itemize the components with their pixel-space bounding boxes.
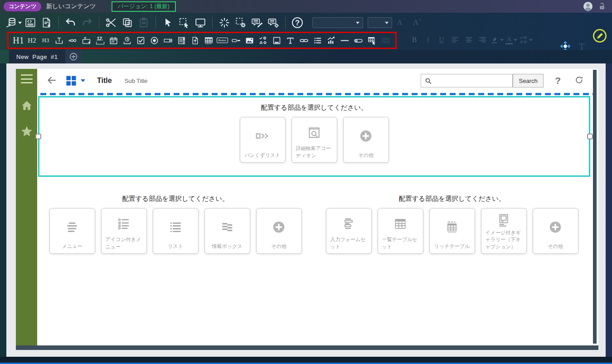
dashed-area-button[interactable]: [379, 34, 392, 47]
export-sheet-button[interactable]: [39, 15, 54, 30]
card-other[interactable]: その他: [533, 208, 578, 254]
card-image-gallery-bottom-caption[interactable]: イメージ付きギャラリー（下キャプション）: [481, 208, 527, 254]
favorite-nav-button[interactable]: [19, 124, 34, 141]
select-box-button[interactable]: [162, 34, 174, 47]
checkbox-button[interactable]: [135, 34, 147, 47]
font-size-select[interactable]: [368, 17, 392, 28]
undo-button[interactable]: [63, 15, 78, 30]
highlight-color-button[interactable]: [490, 34, 504, 46]
font-decrease-button[interactable]: Av: [409, 15, 425, 30]
align-right-button[interactable]: [476, 34, 488, 46]
copy-button[interactable]: [120, 15, 135, 30]
add-page-button[interactable]: [65, 50, 82, 63]
image-component-button[interactable]: [243, 34, 256, 47]
font-color-button[interactable]: A: [505, 34, 517, 46]
panel-component-button[interactable]: [271, 34, 283, 47]
page-help-button[interactable]: ?: [555, 75, 561, 86]
edit-mode-toggle-button[interactable]: [592, 28, 607, 45]
card-icon-menu[interactable]: アイコン付きメニュー: [101, 208, 147, 254]
dashed-box-icon: [381, 36, 390, 45]
caret-down-icon: [529, 39, 533, 41]
card-other[interactable]: その他: [343, 117, 389, 163]
selected-drop-region[interactable]: 配置する部品を選択してください。 パンくずリスト 詳細検索アコーディオン: [38, 96, 590, 177]
bullet-list-icon: [153, 211, 198, 243]
page-tab[interactable]: New Page #1: [9, 50, 65, 63]
preview-display-button[interactable]: [193, 15, 208, 30]
resize-handle-right[interactable]: [587, 134, 593, 140]
number-field-button[interactable]: 12.: [94, 34, 106, 47]
card-list-table-set[interactable]: 一覧テーブルセット: [378, 208, 423, 254]
align-left-button[interactable]: [449, 34, 461, 46]
card-label: その他: [344, 152, 389, 159]
redo-button[interactable]: [79, 15, 95, 30]
font-increase-button[interactable]: A^: [393, 15, 408, 30]
search-input[interactable]: [434, 78, 512, 84]
select-area-button[interactable]: [176, 15, 192, 30]
align-center-button[interactable]: [463, 34, 475, 46]
app-window: コンテンツ 新しいコンテンツ バージョン: 1 (最新): [0, 0, 612, 364]
hamburger-menu-button[interactable]: [21, 74, 33, 83]
pill-element-button[interactable]: [352, 34, 364, 47]
text-element-button[interactable]: [284, 34, 296, 47]
select-tool-button[interactable]: [160, 15, 175, 30]
area-settings-button[interactable]: [233, 15, 248, 30]
horizontal-scrollbar[interactable]: [16, 345, 598, 350]
underline-button[interactable]: U: [436, 34, 447, 46]
card-menu[interactable]: メニュー: [49, 208, 95, 254]
layout-grid-dropdown-button[interactable]: [64, 74, 85, 87]
file-upload-button[interactable]: [189, 34, 201, 47]
table-component-button[interactable]: [203, 34, 215, 47]
heading3-button[interactable]: H3: [39, 34, 52, 47]
card-other[interactable]: その他: [256, 208, 302, 254]
status-icon-dropdown-button[interactable]: [519, 34, 533, 46]
cut-button[interactable]: [103, 15, 119, 30]
horizontal-rule-button[interactable]: [339, 34, 351, 47]
text-input-field-button[interactable]: [53, 34, 65, 47]
bold-button[interactable]: B: [408, 34, 420, 46]
comment-edit-button[interactable]: [249, 15, 265, 30]
card-input-form-set[interactable]: 入力フォームセット: [326, 208, 372, 254]
workspace: Title Sub Title Search ?: [0, 63, 612, 357]
source-view-button[interactable]: [23, 15, 38, 30]
link-field-button[interactable]: [67, 34, 79, 47]
heading1-button[interactable]: H1: [12, 34, 24, 47]
toggle-icon: [231, 36, 241, 45]
heading2-button[interactable]: H2: [26, 34, 38, 47]
date-field-button[interactable]: [107, 34, 120, 47]
textarea-button[interactable]: [80, 34, 92, 47]
user-avatar-icon[interactable]: [583, 1, 593, 12]
save-content-dropdown-button[interactable]: [5, 15, 22, 30]
image-icon: [245, 36, 254, 45]
resize-handle-left[interactable]: [35, 134, 41, 140]
help-button[interactable]: ?: [290, 15, 305, 30]
toggle-component-button[interactable]: [230, 34, 242, 47]
h1-label: H1: [13, 35, 24, 46]
card-breadcrumb-list[interactable]: パンくずリスト: [240, 117, 286, 163]
toolbar-row-actions: ? A^ Av: [0, 13, 612, 32]
time-field-button[interactable]: [121, 34, 133, 47]
italic-button[interactable]: I: [422, 34, 434, 46]
refresh-render-button[interactable]: [217, 15, 232, 30]
table-insert-button[interactable]: [366, 34, 378, 47]
reload-button[interactable]: [574, 75, 584, 87]
toolbar-separator: [212, 17, 213, 29]
vertical-scrollbar[interactable]: [593, 70, 597, 344]
paste-button[interactable]: [136, 15, 151, 30]
search-button[interactable]: Search: [513, 74, 544, 87]
card-info-box[interactable]: 情報ボックス: [204, 208, 250, 254]
unlock-icon[interactable]: [597, 2, 607, 11]
font-family-select[interactable]: [312, 17, 363, 28]
comment-settings-button[interactable]: [266, 15, 281, 30]
card-rich-table[interactable]: リッチテーブル: [429, 208, 475, 254]
card-detail-search-accordion[interactable]: 詳細検索アコーディオン: [291, 117, 337, 163]
chart-element-button[interactable]: [325, 34, 337, 47]
status-icons-button[interactable]: [257, 34, 269, 47]
button-component-button[interactable]: Button: [216, 34, 228, 47]
link-element-button[interactable]: [298, 34, 310, 47]
list-element-button[interactable]: [311, 34, 324, 47]
radio-button-button[interactable]: [148, 34, 160, 47]
list-box-button[interactable]: [175, 34, 188, 47]
back-button[interactable]: [46, 75, 58, 87]
home-nav-button[interactable]: [20, 99, 34, 114]
card-list[interactable]: リスト: [153, 208, 199, 254]
